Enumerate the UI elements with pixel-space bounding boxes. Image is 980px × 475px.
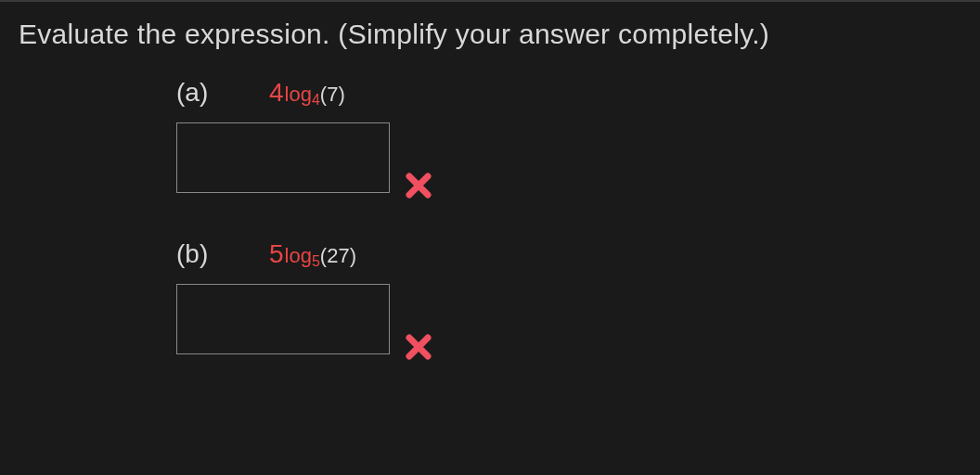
problem-a: (a) 4 log 4 (7) (176, 78, 961, 193)
arg-a: (7) (320, 83, 345, 107)
instruction-text: Evaluate the expression. (Simplify your … (19, 19, 961, 50)
log-sub-b: 5 (312, 253, 320, 270)
part-label-a: (a) (176, 78, 223, 108)
answer-row-a (176, 122, 961, 193)
base-b: 5 (269, 239, 284, 269)
problem-b: (b) 5 log 5 (27) (176, 239, 961, 354)
arg-b: (27) (320, 244, 356, 268)
log-sub-a: 4 (312, 92, 320, 109)
answer-input-b[interactable] (176, 284, 390, 354)
part-label-b: (b) (176, 239, 223, 269)
incorrect-icon (404, 171, 433, 200)
log-text-b: log (285, 244, 312, 268)
expression-a: 4 log 4 (7) (269, 78, 345, 108)
exponent-a: log 4 (7) (285, 83, 345, 107)
problem-a-row: (a) 4 log 4 (7) (176, 78, 961, 108)
incorrect-icon (404, 332, 433, 362)
expression-b: 5 log 5 (27) (269, 239, 356, 269)
log-text-a: log (285, 83, 312, 107)
exponent-b: log 5 (27) (285, 244, 356, 268)
answer-input-a[interactable] (176, 122, 390, 193)
base-a: 4 (269, 78, 284, 108)
problem-b-row: (b) 5 log 5 (27) (176, 239, 961, 269)
answer-row-b (176, 284, 961, 354)
